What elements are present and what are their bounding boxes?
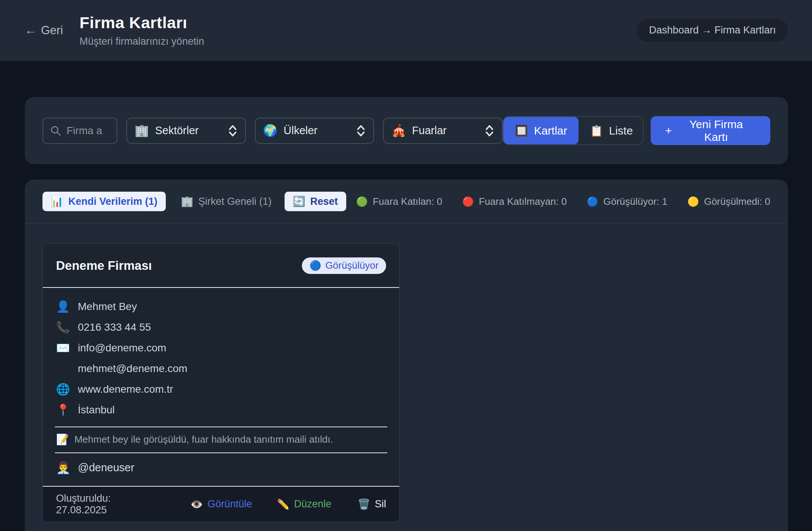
legend-not-talked-label: Görüşülmedi: 0 — [704, 196, 770, 207]
cards-view-label: Kartlar — [534, 124, 567, 137]
page-title: Firma Kartları — [80, 14, 205, 32]
contact-list: 👤 Mehmet Bey 📞 0216 333 44 55 ✉️ info@de… — [43, 288, 399, 420]
red-circle-icon: 🔴 — [462, 196, 474, 207]
status-badge: 🔵 Görüşülüyor — [302, 257, 386, 274]
reset-button[interactable]: 🔄 Reset — [285, 192, 346, 211]
office-building-icon: 🏢 — [181, 195, 194, 207]
fairs-dropdown[interactable]: 🎪 Fuarlar — [383, 118, 503, 144]
title-block: Firma Kartları Müşteri firmalarınızı yön… — [80, 14, 205, 47]
stats-row: 📊 Kendi Verilerim (1) 🏢 Şirket Geneli (1… — [25, 180, 788, 224]
filter-panel: 🏢 Sektörler 🌍 Ülkeler 🎪 Fuarlar — [25, 97, 788, 164]
edit-button[interactable]: ✏️ Düzenle — [277, 498, 332, 510]
delete-label: Sil — [375, 498, 386, 510]
status-badge-label: Görüşülüyor — [325, 260, 379, 271]
plus-icon: + — [665, 124, 672, 137]
website-url: www.deneme.com.tr — [78, 383, 173, 395]
blue-circle-icon: 🔵 — [587, 196, 598, 207]
website-row: 🌐 www.deneme.com.tr — [56, 379, 386, 399]
legend-in-talks: 🔵 Görüşülüyor: 1 — [587, 196, 668, 207]
countries-dropdown-label: Ülkeler — [283, 124, 317, 137]
globe-meridians-icon: 🌐 — [56, 383, 70, 396]
my-data-tab[interactable]: 📊 Kendi Verilerim (1) — [42, 192, 166, 211]
bar-chart-icon: 📊 — [51, 195, 64, 207]
phone-number: 0216 333 44 55 — [78, 321, 151, 333]
company-card-header: Deneme Firması 🔵 Görüşülüyor — [43, 244, 399, 287]
yellow-circle-icon: 🟡 — [687, 196, 699, 207]
city-row: 📍 İstanbul — [56, 399, 386, 420]
firma-kartlari-page: ← Geri Firma Kartları Müşteri firmaların… — [0, 0, 812, 531]
circus-tent-icon: 🎪 — [391, 124, 406, 138]
fairs-dropdown-label: Fuarlar — [412, 124, 447, 137]
legend-in-talks-label: Görüşülüyor: 1 — [603, 196, 668, 207]
pushpin-icon: 📍 — [56, 403, 70, 416]
list-view-button[interactable]: 📋 Liste — [579, 117, 644, 144]
legend-not-attended: 🔴 Fuara Katılmayan: 0 — [462, 196, 567, 207]
card-footer: Oluşturuldu: 27.08.2025 👁️ Görüntüle ✏️ … — [43, 486, 399, 522]
countries-dropdown[interactable]: 🌍 Ülkeler — [255, 118, 374, 144]
delete-button[interactable]: 🗑️ Sil — [358, 498, 386, 510]
sectors-dropdown[interactable]: 🏢 Sektörler — [126, 118, 246, 144]
office-worker-icon: 👨‍💼 — [56, 461, 70, 475]
globe-icon: 🌍 — [263, 124, 278, 138]
city-name: İstanbul — [78, 404, 115, 416]
edit-label: Düzenle — [294, 498, 331, 510]
sectors-dropdown-label: Sektörler — [155, 124, 198, 137]
envelope-icon: ✉️ — [56, 341, 70, 354]
status-legend: 🟢 Fuara Katılan: 0 🔴 Fuara Katılmayan: 0… — [356, 196, 770, 207]
company-card: Deneme Firması 🔵 Görüşülüyor 👤 Mehmet Be… — [42, 244, 400, 522]
legend-not-attended-label: Fuara Katılmayan: 0 — [479, 196, 567, 207]
phone-row: 📞 0216 333 44 55 — [56, 317, 386, 337]
square-button-icon: 🔲 — [515, 124, 528, 137]
clipboard-icon: 📋 — [590, 124, 603, 137]
list-view-label: Liste — [609, 124, 633, 137]
reset-label: Reset — [310, 196, 338, 207]
view-toggle: 🔲 Kartlar 📋 Liste — [503, 116, 644, 145]
company-wide-tab-label: Şirket Geneli (1) — [198, 196, 272, 207]
search-box[interactable] — [42, 118, 117, 144]
green-circle-icon: 🟢 — [356, 196, 368, 207]
contact-person-name: Mehmet Bey — [78, 301, 137, 313]
company-wide-tab[interactable]: 🏢 Şirket Geneli (1) — [181, 195, 272, 207]
legend-attended-label: Fuara Katılan: 0 — [373, 196, 442, 207]
cards-view-button[interactable]: 🔲 Kartlar — [503, 117, 579, 144]
email-primary: info@deneme.com — [78, 342, 166, 354]
contact-person-row: 👤 Mehmet Bey — [56, 296, 386, 317]
legend-not-talked: 🟡 Görüşülmedi: 0 — [687, 196, 770, 207]
chevron-updown-icon — [228, 124, 238, 138]
view-button[interactable]: 👁️ Görüntüle — [190, 498, 252, 510]
owner-username: @deneuser — [78, 461, 134, 474]
chevron-updown-icon — [356, 124, 366, 138]
view-label: Görüntüle — [208, 498, 252, 510]
breadcrumb[interactable]: Dashboard → Firma Kartları — [637, 19, 788, 42]
chevron-updown-icon — [485, 124, 494, 138]
page-header: ← Geri Firma Kartları Müşteri firmaların… — [0, 0, 812, 61]
back-label: Geri — [41, 24, 63, 37]
eye-icon: 👁️ — [190, 498, 203, 510]
memo-icon: 📝 — [56, 433, 69, 446]
page-subtitle: Müşteri firmalarınızı yönetin — [80, 36, 205, 47]
created-date: Oluşturuldu: 27.08.2025 — [56, 493, 147, 516]
email-secondary-row: mehmet@deneme.com — [56, 358, 386, 379]
phone-icon: 📞 — [56, 321, 70, 334]
email-secondary: mehmet@deneme.com — [78, 363, 187, 375]
pencil-icon: ✏️ — [277, 498, 290, 510]
wastebasket-icon: 🗑️ — [358, 498, 370, 510]
blue-circle-icon: 🔵 — [309, 260, 321, 271]
back-arrow-icon: ← — [25, 24, 36, 37]
my-data-tab-label: Kendi Verilerim (1) — [68, 196, 158, 207]
office-building-icon: 🏢 — [135, 124, 149, 138]
new-company-card-button[interactable]: + Yeni Firma Kartı — [651, 116, 770, 145]
new-company-card-label: Yeni Firma Kartı — [676, 118, 756, 144]
refresh-icon: 🔄 — [293, 195, 306, 207]
cards-panel: 📊 Kendi Verilerim (1) 🏢 Şirket Geneli (1… — [25, 180, 788, 531]
company-name: Deneme Firması — [56, 259, 152, 273]
email-row: ✉️ info@deneme.com — [56, 337, 386, 358]
search-icon — [50, 125, 61, 136]
person-icon: 👤 — [56, 300, 70, 313]
note-text: Mehmet bey ile görüşüldü, fuar hakkında … — [74, 434, 333, 445]
legend-attended: 🟢 Fuara Katılan: 0 — [356, 196, 442, 207]
owner-row: 👨‍💼 @deneuser — [43, 453, 399, 486]
search-input[interactable] — [67, 125, 104, 137]
note-row: 📝 Mehmet bey ile görüşüldü, fuar hakkınd… — [55, 427, 387, 452]
back-button[interactable]: ← Geri — [25, 24, 63, 37]
